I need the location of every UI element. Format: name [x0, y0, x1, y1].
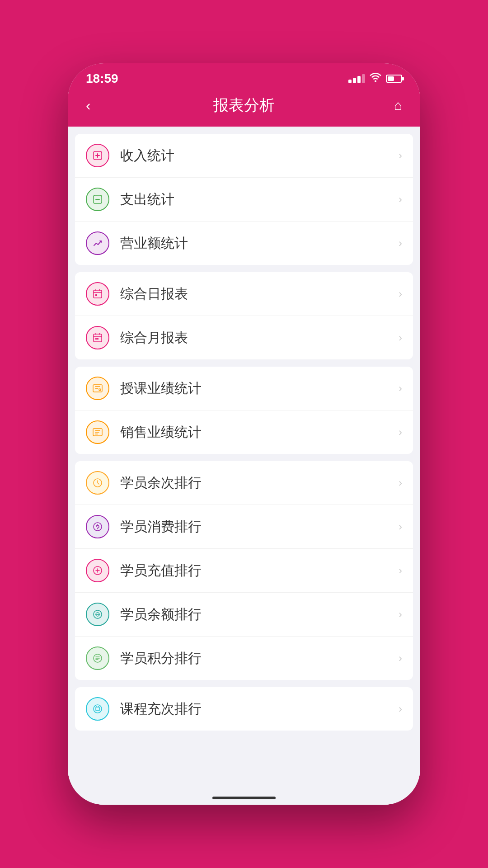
course-rank-label: 课程充次排行	[120, 700, 399, 718]
status-bar: 18:59	[68, 63, 420, 90]
monthly-report-label: 综合月报表	[120, 329, 399, 347]
income-stats-label: 收入统计	[120, 146, 399, 165]
consume-rank-icon	[86, 515, 109, 538]
sales-perf-label: 销售业绩统计	[120, 423, 399, 442]
consume-rank-chevron: ›	[399, 520, 402, 533]
bottom-spacer	[68, 738, 420, 747]
revenue-stats-chevron: ›	[399, 237, 402, 250]
section-performance: 授课业绩统计 › 销售业绩统计 ›	[75, 367, 413, 454]
daily-report-icon	[86, 282, 109, 306]
remaining-rank-label: 学员余次排行	[120, 474, 399, 492]
section-course: 课程充次排行 ›	[75, 687, 413, 731]
svg-point-16	[94, 705, 102, 713]
balance-rank-label: 学员余额排行	[120, 605, 399, 624]
teaching-perf-chevron: ›	[399, 382, 402, 395]
monthly-report-item[interactable]: 综合月报表 ›	[75, 316, 413, 359]
income-stats-item[interactable]: 收入统计 ›	[75, 134, 413, 178]
course-rank-icon	[86, 697, 109, 721]
remaining-rank-item[interactable]: 学员余次排行 ›	[75, 461, 413, 505]
header: ‹ 报表分析 ⌂	[68, 90, 420, 127]
status-time: 18:59	[86, 71, 118, 86]
monthly-report-chevron: ›	[399, 331, 402, 344]
points-rank-item[interactable]: 学员积分排行 ›	[75, 637, 413, 680]
balance-rank-icon	[86, 603, 109, 626]
daily-report-item[interactable]: 综合日报表 ›	[75, 272, 413, 316]
teaching-perf-icon	[86, 377, 109, 400]
section-reports: 综合日报表 › 综合月报表 ›	[75, 272, 413, 359]
svg-rect-3	[95, 294, 97, 296]
revenue-stats-label: 营业额统计	[120, 234, 399, 253]
daily-report-label: 综合日报表	[120, 285, 399, 303]
remaining-rank-chevron: ›	[399, 476, 402, 489]
back-button[interactable]: ‹	[86, 97, 108, 114]
expense-stats-item[interactable]: 支出统计 ›	[75, 178, 413, 222]
daily-report-chevron: ›	[399, 288, 402, 300]
signal-icon	[348, 74, 365, 83]
income-stats-chevron: ›	[399, 149, 402, 162]
remaining-rank-icon	[86, 471, 109, 495]
course-rank-chevron: ›	[399, 703, 402, 715]
svg-rect-5	[95, 338, 97, 340]
balance-rank-item[interactable]: 学员余额排行 ›	[75, 593, 413, 637]
section-stats: 收入统计 › 支出统计 ›	[75, 134, 413, 265]
svg-point-11	[94, 523, 102, 531]
consume-rank-item[interactable]: 学员消费排行 ›	[75, 505, 413, 549]
svg-rect-6	[97, 338, 99, 340]
home-indicator	[212, 797, 276, 799]
points-rank-label: 学员积分排行	[120, 649, 399, 668]
expense-stats-label: 支出统计	[120, 190, 399, 209]
section-rankings: 学员余次排行 › 学员消费排行 ›	[75, 461, 413, 680]
teaching-perf-label: 授课业绩统计	[120, 379, 399, 398]
teaching-perf-item[interactable]: 授课业绩统计 ›	[75, 367, 413, 410]
expense-stats-icon	[86, 188, 109, 211]
recharge-rank-item[interactable]: 学员充值排行 ›	[75, 549, 413, 593]
svg-rect-4	[94, 334, 102, 342]
monthly-report-icon	[86, 326, 109, 349]
balance-rank-chevron: ›	[399, 608, 402, 621]
sales-perf-item[interactable]: 销售业绩统计 ›	[75, 410, 413, 454]
points-rank-chevron: ›	[399, 652, 402, 665]
wifi-icon	[370, 73, 381, 85]
points-rank-icon	[86, 646, 109, 670]
phone-frame: 18:59 ‹ 报表分析 ⌂	[68, 63, 420, 805]
svg-rect-2	[94, 290, 102, 298]
sales-perf-chevron: ›	[399, 426, 402, 439]
home-indicator-bar	[68, 791, 420, 805]
sales-perf-icon	[86, 420, 109, 444]
page-title: 报表分析	[108, 95, 380, 116]
income-stats-icon	[86, 144, 109, 167]
revenue-stats-icon	[86, 231, 109, 255]
battery-icon	[386, 75, 402, 83]
recharge-rank-chevron: ›	[399, 564, 402, 577]
consume-rank-label: 学员消费排行	[120, 518, 399, 536]
recharge-rank-label: 学员充值排行	[120, 561, 399, 580]
content-area: 收入统计 › 支出统计 ›	[68, 127, 420, 791]
status-icons	[348, 73, 402, 85]
expense-stats-chevron: ›	[399, 193, 402, 206]
home-button[interactable]: ⌂	[380, 98, 402, 113]
revenue-stats-item[interactable]: 营业额统计 ›	[75, 222, 413, 265]
svg-point-8	[99, 389, 101, 391]
course-rank-item[interactable]: 课程充次排行 ›	[75, 687, 413, 731]
recharge-rank-icon	[86, 559, 109, 582]
svg-rect-17	[96, 707, 99, 711]
